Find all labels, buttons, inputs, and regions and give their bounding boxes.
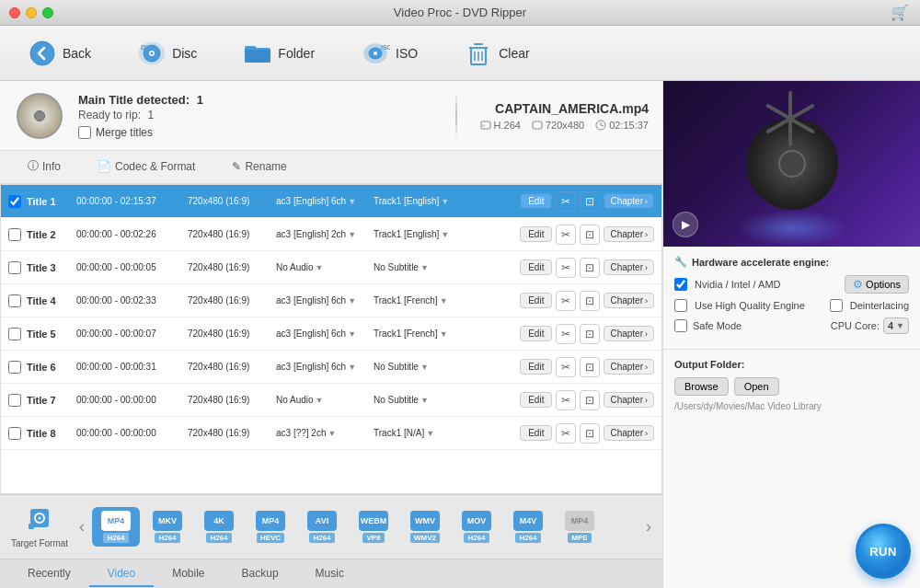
subtitle-dropdown-icon[interactable]: ▼ [441, 197, 449, 206]
track-name: Title 5 [27, 329, 71, 340]
chapter-button[interactable]: Chapter › [604, 326, 654, 341]
track-checkbox[interactable] [8, 394, 21, 407]
crop-button[interactable]: ⊡ [580, 291, 600, 311]
bottom-tab-backup[interactable]: Backup [224, 561, 297, 587]
audio-dropdown-icon[interactable]: ▼ [348, 296, 356, 306]
edit-button[interactable]: Edit [520, 359, 552, 375]
edit-button[interactable]: Edit [520, 326, 552, 341]
bottom-tab-recently[interactable]: Recently [9, 561, 89, 587]
audio-dropdown-icon[interactable]: ▼ [348, 197, 356, 206]
format-item[interactable]: MOV H264 [453, 507, 500, 547]
crop-button[interactable]: ⊡ [580, 357, 600, 377]
deinterlacing-checkbox[interactable] [830, 299, 843, 312]
nvidia-checkbox[interactable] [674, 278, 687, 291]
track-checkbox[interactable] [8, 427, 21, 440]
chapter-button[interactable]: Chapter › [604, 293, 654, 308]
format-prev-button[interactable]: ‹ [75, 517, 88, 536]
tab-codec-format[interactable]: 📄 Codec & Format [79, 153, 213, 182]
audio-dropdown-icon[interactable]: ▼ [348, 230, 356, 239]
audio-dropdown-icon[interactable]: ▼ [348, 329, 356, 339]
cpu-core-select[interactable]: 4 ▼ [883, 317, 909, 334]
track-checkbox[interactable] [8, 195, 21, 208]
track-checkbox[interactable] [8, 228, 21, 241]
bottom-tab-music[interactable]: Music [297, 561, 362, 587]
format-item[interactable]: MKV H264 [144, 507, 191, 547]
format-item[interactable]: MP4 MPE [556, 507, 604, 547]
format-item[interactable]: AVI H264 [298, 507, 346, 547]
edit-button[interactable]: Edit [520, 193, 552, 209]
open-button[interactable]: Open [734, 377, 779, 396]
cut-button[interactable]: ✂ [556, 324, 576, 344]
format-item[interactable]: MP4 HEVC [247, 507, 294, 547]
crop-button[interactable]: ⊡ [580, 324, 600, 344]
chapter-button[interactable]: Chapter › [604, 425, 654, 441]
cut-button[interactable]: ✂ [556, 225, 576, 245]
minimize-button[interactable] [26, 7, 37, 18]
bottom-tab-mobile[interactable]: Mobile [154, 561, 223, 587]
close-button[interactable] [9, 7, 20, 18]
audio-dropdown-icon[interactable]: ▼ [316, 396, 324, 405]
chapter-button[interactable]: Chapter › [604, 226, 654, 242]
crop-button[interactable]: ⊡ [580, 423, 600, 444]
edit-button[interactable]: Edit [520, 293, 552, 308]
subtitle-dropdown-icon[interactable]: ▼ [441, 230, 449, 239]
track-checkbox[interactable] [8, 294, 21, 307]
bottom-tab-video[interactable]: Video [89, 561, 154, 587]
edit-button[interactable]: Edit [520, 392, 552, 408]
subtitle-dropdown-icon[interactable]: ▼ [440, 329, 448, 339]
chapter-button[interactable]: Chapter › [604, 359, 654, 375]
tab-info[interactable]: ⓘ Info [9, 151, 79, 183]
audio-dropdown-icon[interactable]: ▼ [328, 429, 336, 438]
cut-button[interactable]: ✂ [556, 291, 576, 311]
run-button[interactable]: RUN [856, 524, 911, 579]
track-checkbox[interactable] [8, 328, 21, 340]
chapter-button[interactable]: Chapter › [604, 392, 654, 408]
cut-button[interactable]: ✂ [556, 258, 576, 278]
safe-mode-checkbox[interactable] [674, 319, 687, 332]
ready-to-rip: Ready to rip: 1 [78, 109, 432, 121]
iso-button[interactable]: ISO ISO [351, 33, 427, 74]
crop-button[interactable]: ⊡ [580, 258, 600, 278]
cart-icon[interactable]: 🛒 [891, 4, 909, 21]
edit-button[interactable]: Edit [520, 226, 552, 242]
track-checkbox[interactable] [8, 261, 21, 274]
subtitle-dropdown-icon[interactable]: ▼ [420, 396, 429, 405]
cut-button[interactable]: ✂ [556, 357, 576, 377]
format-item[interactable]: M4V H264 [504, 507, 552, 547]
merge-checkbox[interactable] [78, 126, 91, 139]
subtitle-dropdown-icon[interactable]: ▼ [420, 263, 429, 272]
format-item[interactable]: 4K H264 [195, 507, 243, 547]
format-item[interactable]: MP4 H264 [92, 507, 140, 547]
format-item[interactable]: WMV WMV2 [401, 507, 449, 547]
track-checkbox[interactable] [8, 361, 21, 374]
subtitle-dropdown-icon[interactable]: ▼ [420, 363, 429, 372]
clear-button[interactable]: Clear [454, 33, 538, 74]
chapter-button[interactable]: Chapter › [604, 193, 654, 209]
cut-button[interactable]: ✂ [556, 191, 576, 212]
crop-button[interactable]: ⊡ [580, 390, 600, 410]
options-button[interactable]: ⚙ Options [845, 275, 909, 294]
format-next-button[interactable]: › [642, 517, 655, 536]
audio-dropdown-icon[interactable]: ▼ [348, 363, 356, 372]
crop-button[interactable]: ⊡ [580, 191, 600, 212]
edit-button[interactable]: Edit [520, 259, 552, 275]
subtitle-dropdown-icon[interactable]: ▼ [426, 429, 434, 438]
chapter-button[interactable]: Chapter › [604, 259, 654, 275]
quality-checkbox[interactable] [674, 299, 687, 312]
folder-button[interactable]: Folder [234, 33, 324, 74]
subtitle-dropdown-icon[interactable]: ▼ [440, 296, 448, 306]
maximize-button[interactable] [42, 7, 53, 18]
back-button[interactable]: Back [18, 33, 100, 74]
disc-button[interactable]: DVD Disc [128, 33, 206, 74]
browse-button[interactable]: Browse [674, 377, 729, 396]
audio-dropdown-icon[interactable]: ▼ [316, 263, 324, 272]
edit-button[interactable]: Edit [520, 425, 552, 441]
cut-button[interactable]: ✂ [556, 423, 576, 444]
cut-button[interactable]: ✂ [556, 390, 576, 410]
tab-rename[interactable]: ✎ Rename [213, 153, 305, 182]
play-button[interactable]: ▶ [673, 212, 698, 237]
bottom-tabs: RecentlyVideoMobileBackupMusic [0, 559, 662, 588]
format-item[interactable]: WEBM VP8 [350, 507, 397, 547]
track-actions: Edit ✂ ⊡ Chapter › [520, 225, 654, 245]
crop-button[interactable]: ⊡ [580, 225, 600, 245]
